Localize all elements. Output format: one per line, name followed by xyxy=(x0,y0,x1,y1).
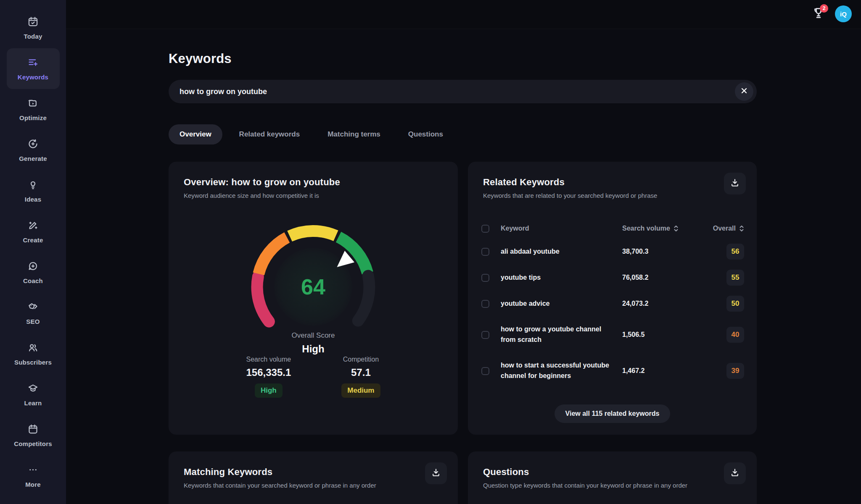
row-checkbox[interactable] xyxy=(481,331,489,339)
sidebar-item-label: More xyxy=(25,481,41,488)
view-all-related-keywords-button[interactable]: View all 115 related keywords xyxy=(555,404,671,423)
matching-card-title: Matching Keywords xyxy=(184,467,443,478)
video-box-icon xyxy=(27,97,39,110)
matching-card-subtitle: Keywords that contain your searched keyw… xyxy=(184,482,443,489)
overall-score-gauge: 64 Overall Score High xyxy=(225,224,401,355)
sidebar-item-label: Learn xyxy=(24,399,42,407)
account-avatar[interactable]: iQ xyxy=(835,5,852,22)
sidebar-item-generate[interactable]: Generate xyxy=(7,130,60,171)
keyword-list-icon xyxy=(27,57,39,70)
questions-card-title: Questions xyxy=(483,467,742,478)
search-volume-cell: 76,058.2 xyxy=(622,274,706,281)
questions-card: Questions Question type keywords that co… xyxy=(468,452,757,504)
page-title: Keywords xyxy=(169,51,232,66)
tab-bar: Overview Related keywords Matching terms… xyxy=(169,124,454,144)
download-icon xyxy=(730,468,740,479)
search-volume-stat: Search volume 156,335.1 High xyxy=(246,356,291,398)
export-related-keywords-button[interactable] xyxy=(724,173,746,194)
sidebar-item-optimize[interactable]: Optimize xyxy=(7,89,60,130)
sort-icon xyxy=(739,225,744,232)
overview-card-subtitle: Keyword audience size and how competitiv… xyxy=(184,192,443,199)
sidebar-item-label: Competitors xyxy=(14,440,52,447)
export-questions-button[interactable] xyxy=(724,462,746,484)
notification-badge: 2 xyxy=(820,4,828,13)
sidebar-item-competitors[interactable]: Competitors xyxy=(7,415,60,456)
calendar-grid-icon xyxy=(27,423,39,436)
sidebar-item-label: SEO xyxy=(26,318,40,325)
overall-score-badge: 39 xyxy=(726,363,744,379)
chat-plus-icon xyxy=(27,260,39,273)
sidebar-item-label: Generate xyxy=(19,155,47,162)
status-badge: High xyxy=(255,383,283,398)
lightbulb-icon xyxy=(27,179,39,192)
clear-search-button[interactable] xyxy=(735,82,753,101)
export-matching-keywords-button[interactable] xyxy=(425,462,447,484)
keyword-cell: how to grow a youtube channel from scrat… xyxy=(501,324,622,345)
overview-stats: Search volume 156,335.1 High Competition… xyxy=(169,356,458,398)
sidebar-item-coach[interactable]: Coach xyxy=(7,252,60,293)
gauge-score-circle: 64 xyxy=(274,248,352,326)
overall-score-badge: 56 xyxy=(726,244,744,260)
topbar: 2 iQ xyxy=(66,0,861,29)
overall-score-label: Overall Score xyxy=(225,331,401,340)
row-checkbox[interactable] xyxy=(481,300,489,308)
column-header-overall[interactable]: Overall xyxy=(706,225,744,232)
questions-card-subtitle: Question type keywords that contain your… xyxy=(483,482,742,489)
table-row[interactable]: how to grow a youtube channel from scrat… xyxy=(481,317,744,353)
competition-stat: Competition 57.1 Medium xyxy=(341,356,380,398)
tags-icon xyxy=(27,301,39,314)
keyword-cell: youtube advice xyxy=(501,299,622,309)
overall-score-value: High xyxy=(225,343,401,355)
sidebar-item-subscribers[interactable]: Subscribers xyxy=(7,333,60,374)
row-checkbox[interactable] xyxy=(481,274,489,282)
related-card-title: Related Keywords xyxy=(483,177,742,188)
table-row[interactable]: how to start a successful youtube channe… xyxy=(481,353,744,389)
keyword-cell: youtube tips xyxy=(501,273,622,283)
related-card-subtitle: Keywords that are related to your search… xyxy=(483,192,742,199)
sort-icon xyxy=(673,225,679,232)
tab-questions[interactable]: Questions xyxy=(397,124,454,144)
related-keywords-card: Related Keywords Keywords that are relat… xyxy=(468,162,757,435)
overview-card: Overview: how to grow on youtube Keyword… xyxy=(169,162,458,435)
keyword-search-input[interactable] xyxy=(169,87,757,96)
tab-overview[interactable]: Overview xyxy=(169,124,222,144)
overall-score-badge: 50 xyxy=(726,296,744,312)
stat-value: 156,335.1 xyxy=(246,367,291,378)
sidebar-item-ideas[interactable]: Ideas xyxy=(7,171,60,211)
overall-score-badge: 40 xyxy=(726,327,744,343)
sidebar-item-learn[interactable]: Learn xyxy=(7,374,60,415)
matching-keywords-card: Matching Keywords Keywords that contain … xyxy=(169,452,458,504)
table-header-row: Keyword Search volume Overall xyxy=(481,218,744,239)
search-volume-cell: 24,073.2 xyxy=(622,300,706,307)
table-row[interactable]: youtube tips 76,058.2 55 xyxy=(481,265,744,291)
refresh-plus-icon xyxy=(27,138,39,151)
table-row[interactable]: ali abdaal youtube 38,700.3 56 xyxy=(481,239,744,265)
table-row[interactable]: youtube advice 24,073.2 50 xyxy=(481,291,744,317)
sidebar-item-keywords[interactable]: Keywords xyxy=(7,48,60,89)
tab-related-keywords[interactable]: Related keywords xyxy=(228,124,311,144)
people-icon xyxy=(27,342,39,355)
search-volume-cell: 1,506.5 xyxy=(622,331,706,339)
search-volume-cell: 1,467.2 xyxy=(622,367,706,375)
sidebar-item-label: Create xyxy=(23,236,43,244)
sidebar-item-label: Coach xyxy=(23,277,43,284)
sidebar-item-today[interactable]: Today xyxy=(7,8,60,48)
column-header-search-volume[interactable]: Search volume xyxy=(622,225,706,232)
sidebar-item-create[interactable]: Create xyxy=(7,211,60,252)
select-all-checkbox[interactable] xyxy=(481,225,489,233)
row-checkbox[interactable] xyxy=(481,367,489,375)
download-icon xyxy=(431,468,441,479)
sidebar-item-label: Today xyxy=(24,33,42,40)
row-checkbox[interactable] xyxy=(481,248,489,256)
graduation-cap-icon xyxy=(27,383,39,396)
tab-matching-terms[interactable]: Matching terms xyxy=(317,124,391,144)
sidebar-item-more[interactable]: More xyxy=(7,456,60,496)
column-header-keyword: Keyword xyxy=(501,225,622,232)
keyword-cell: ali abdaal youtube xyxy=(501,247,622,257)
sidebar: Today Keywords Optimize Generate Ideas C… xyxy=(0,0,66,504)
achievements-button[interactable]: 2 xyxy=(810,5,827,23)
sidebar-item-label: Keywords xyxy=(18,74,48,81)
status-badge: Medium xyxy=(341,383,380,398)
sidebar-item-label: Subscribers xyxy=(14,359,52,366)
sidebar-item-seo[interactable]: SEO xyxy=(7,293,60,333)
